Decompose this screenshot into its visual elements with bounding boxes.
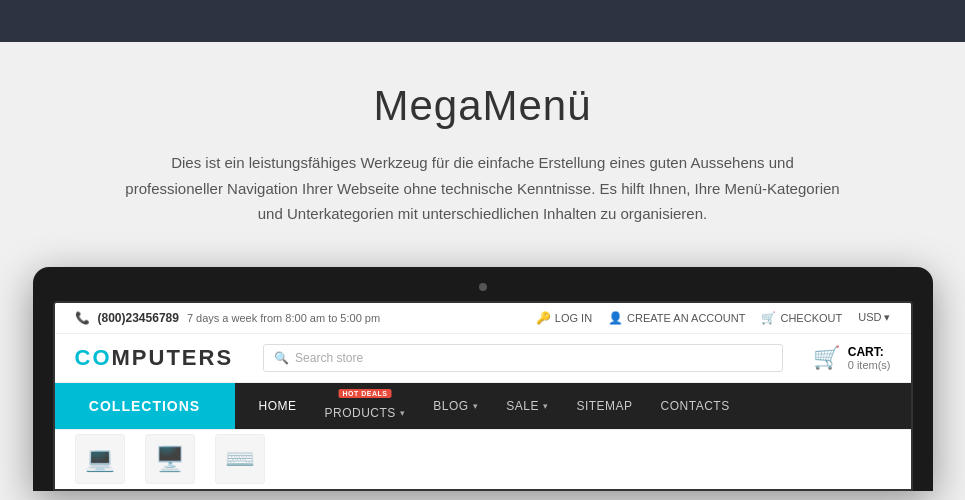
- top-dark-bar: [0, 0, 965, 42]
- currency-selector[interactable]: USD ▾: [858, 311, 890, 324]
- laptop-camera: [479, 283, 487, 291]
- topbar-right: 🔑 LOG IN 👤 CREATE AN ACCOUNT 🛒 CHECKOUT …: [536, 311, 891, 325]
- chevron-icon-blog: ▾: [473, 401, 479, 411]
- store-topbar: 📞 (800)23456789 7 days a week from 8:00 …: [55, 303, 911, 334]
- laptop-outer: 📞 (800)23456789 7 days a week from 8:00 …: [33, 267, 933, 491]
- product-strip: 💻 🖥️ ⌨️: [55, 429, 911, 489]
- chevron-icon: ▾: [400, 408, 406, 418]
- topbar-hours: 7 days a week from 8:00 am to 5:00 pm: [187, 312, 380, 324]
- login-label: LOG IN: [555, 312, 592, 324]
- nav-item-home[interactable]: HOME: [245, 383, 311, 429]
- cart-area[interactable]: 🛒 CART: 0 item(s): [813, 345, 891, 371]
- nav-item-home-label: HOME: [259, 399, 297, 413]
- nav-item-products-label: PRODUCTS: [325, 406, 396, 420]
- search-bar[interactable]: 🔍 Search store: [263, 344, 783, 372]
- store-header: COMPUTERS 🔍 Search store 🛒 CART: 0 item(…: [55, 334, 911, 383]
- logo-highlight: CO: [75, 345, 112, 370]
- store-nav: COLLECTIONS HOME HOT DEALS PRODUCTS ▾ BL…: [55, 383, 911, 429]
- nav-item-sale[interactable]: SALE ▾: [492, 383, 562, 429]
- hero-section: MegaMenü Dies ist ein leistungsfähiges W…: [0, 42, 965, 257]
- cart-info: CART: 0 item(s): [848, 345, 891, 371]
- logo-suffix: MPUTERS: [112, 345, 234, 370]
- checkout-label: CHECKOUT: [780, 312, 842, 324]
- search-placeholder: Search store: [295, 351, 363, 365]
- laptop-mockup: 📞 (800)23456789 7 days a week from 8:00 …: [33, 267, 933, 491]
- product-thumb-icon-2: 🖥️: [155, 445, 185, 473]
- hot-deals-badge: HOT DEALS: [338, 389, 391, 398]
- store-logo: COMPUTERS: [75, 345, 234, 371]
- checkout-icon: 🛒: [761, 311, 776, 325]
- create-account-link[interactable]: 👤 CREATE AN ACCOUNT: [608, 311, 745, 325]
- cart-icon: 🛒: [813, 345, 840, 371]
- page-title: MegaMenü: [20, 82, 945, 130]
- hero-description: Dies ist ein leistungsfähiges Werkzeug f…: [123, 150, 843, 227]
- product-thumb-3: ⌨️: [215, 434, 265, 484]
- nav-links: HOME HOT DEALS PRODUCTS ▾ BLOG ▾ SALE ▾: [235, 383, 911, 429]
- nav-item-sale-label: SALE: [506, 399, 539, 413]
- chevron-icon-sale: ▾: [543, 401, 549, 411]
- nav-item-sitemap[interactable]: SITEMAP: [562, 383, 646, 429]
- product-thumb-2: 🖥️: [145, 434, 195, 484]
- collections-button[interactable]: COLLECTIONS: [55, 383, 235, 429]
- login-icon: 🔑: [536, 311, 551, 325]
- topbar-left: 📞 (800)23456789 7 days a week from 8:00 …: [75, 311, 381, 325]
- cart-count: 0 item(s): [848, 359, 891, 371]
- product-thumb-icon: 💻: [85, 445, 115, 473]
- phone-icon: 📞: [75, 311, 90, 325]
- nav-item-contacts-label: CONTACTS: [661, 399, 730, 413]
- laptop-screen: 📞 (800)23456789 7 days a week from 8:00 …: [53, 301, 913, 491]
- phone-number: (800)23456789: [98, 311, 179, 325]
- nav-item-products[interactable]: HOT DEALS PRODUCTS ▾: [311, 383, 420, 429]
- create-account-label: CREATE AN ACCOUNT: [627, 312, 745, 324]
- nav-item-blog-label: BLOG: [433, 399, 468, 413]
- nav-item-blog[interactable]: BLOG ▾: [419, 383, 492, 429]
- product-thumb-1: 💻: [75, 434, 125, 484]
- search-icon: 🔍: [274, 351, 289, 365]
- user-icon: 👤: [608, 311, 623, 325]
- nav-item-sitemap-label: SITEMAP: [576, 399, 632, 413]
- login-link[interactable]: 🔑 LOG IN: [536, 311, 592, 325]
- nav-item-contacts[interactable]: CONTACTS: [647, 383, 744, 429]
- product-thumb-icon-3: ⌨️: [225, 445, 255, 473]
- cart-label: CART:: [848, 345, 891, 359]
- checkout-link[interactable]: 🛒 CHECKOUT: [761, 311, 842, 325]
